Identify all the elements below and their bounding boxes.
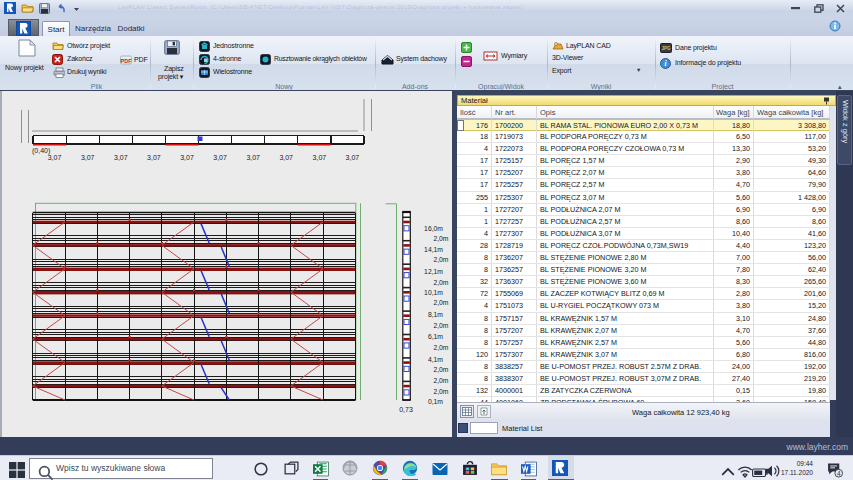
svg-text:3,07: 3,07 [147,154,161,161]
svg-text:4,1m: 4,1m [428,356,443,363]
svg-text:2,0m: 2,0m [433,377,448,384]
svg-text:2,0m: 2,0m [433,366,448,373]
svg-text:14,1m: 14,1m [424,246,443,253]
svg-text:8,1m: 8,1m [428,311,443,318]
svg-text:3,07: 3,07 [180,154,194,161]
svg-text:2,0m: 2,0m [433,344,448,351]
svg-text:JPG: JPG [661,46,671,51]
svg-text:3,07: 3,07 [213,154,227,161]
svg-text:3,07: 3,07 [81,154,95,161]
svg-text:3,07: 3,07 [346,154,360,161]
svg-text:3,07: 3,07 [48,154,62,161]
svg-text:12,1m: 12,1m [424,268,443,275]
svg-text:0,1m: 0,1m [428,398,443,405]
svg-text:6,1m: 6,1m [428,333,443,340]
svg-text:3,07: 3,07 [279,154,293,161]
svg-text:4: 4 [837,470,841,477]
svg-text:2,0m: 2,0m [433,279,448,286]
svg-text:2,0m: 2,0m [433,322,448,329]
svg-text:10,1m: 10,1m [424,289,443,296]
svg-text:2,0m: 2,0m [433,256,448,263]
svg-text:3,07: 3,07 [114,154,128,161]
svg-text:16,0m: 16,0m [424,225,443,232]
svg-text:2,0m: 2,0m [433,235,448,242]
svg-text:2,0m: 2,0m [433,299,448,306]
svg-text:0,73: 0,73 [399,406,413,413]
svg-text:3,07: 3,07 [246,154,260,161]
svg-text:3,07: 3,07 [313,154,327,161]
svg-text:PDF: PDF [121,58,133,64]
svg-text:2,0m: 2,0m [433,388,448,395]
